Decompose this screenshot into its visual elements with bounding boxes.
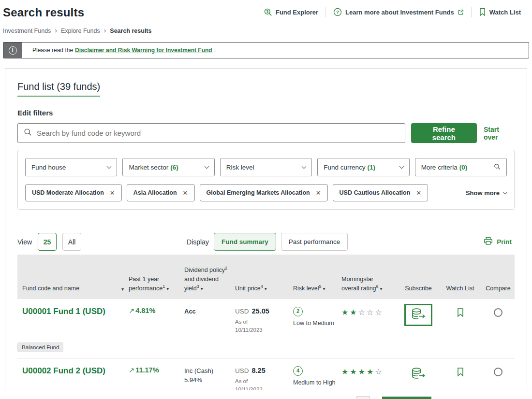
- external-link-icon: [458, 9, 464, 15]
- chevron-down-icon: [204, 164, 209, 169]
- dropdown-label: More criteria: [421, 164, 458, 171]
- watch-list-link[interactable]: Watch List: [471, 7, 528, 17]
- view-25-button[interactable]: 25: [38, 233, 57, 251]
- print-button[interactable]: Print: [484, 237, 512, 247]
- market-sector-dropdown[interactable]: Market sector(6): [122, 158, 214, 176]
- view-label: View: [17, 238, 32, 246]
- page-title: Search results: [3, 6, 84, 19]
- fund-list-panel: Fund list (39 funds) Edit filters Refine…: [5, 68, 527, 390]
- dropdown-label: Risk level: [226, 164, 254, 171]
- disclaimer-notice: i Please read the Disclaimer and Risk Wa…: [3, 42, 529, 58]
- col-fund-code-and-name[interactable]: Fund code and name▾: [17, 284, 129, 293]
- morningstar-rating: ★★★★☆: [341, 368, 397, 376]
- fund-currency-dropdown[interactable]: Fund currency(1): [317, 158, 409, 176]
- sort-icon[interactable]: ▾: [265, 286, 267, 291]
- chip-global-emerging-markets-allocation[interactable]: Global Emerging Markets Allocation ✕: [200, 184, 328, 201]
- refine-search-button[interactable]: Refine search: [411, 123, 477, 143]
- up-arrow-icon: ↗: [129, 366, 134, 374]
- chip-asia-allocation[interactable]: Asia Allocation ✕: [127, 184, 195, 201]
- sort-icon[interactable]: ▾: [121, 286, 124, 293]
- fund-list-title: Fund list (39 funds): [17, 81, 100, 97]
- risk-level: 4 Medium to High: [293, 366, 341, 387]
- chevron-right-icon: ›: [104, 27, 106, 34]
- search-input[interactable]: [37, 129, 399, 137]
- chevron-down-icon: [399, 164, 404, 169]
- unit-price: USD8.25 As of10/11/2023: [235, 366, 293, 390]
- col-morningstar-rating[interactable]: Morningstar overall rating6▾: [341, 275, 397, 293]
- up-arrow-icon: ↗: [129, 307, 134, 314]
- watch-list-bookmark-icon[interactable]: [457, 308, 464, 319]
- subscribe-button[interactable]: [404, 363, 432, 385]
- star-empty-icon: ☆: [375, 368, 383, 376]
- fund-house-dropdown[interactable]: Fund house: [25, 158, 117, 176]
- fund-link[interactable]: U00001 Fund 1 (USD): [17, 307, 129, 316]
- close-icon[interactable]: ✕: [183, 189, 188, 197]
- printer-icon: [484, 237, 493, 247]
- risk-level-dropdown[interactable]: Risk level: [220, 158, 312, 176]
- star-filled-icon: ★: [358, 368, 367, 376]
- table-row: U00001 Fund 1 (USD) ↗4.81% Acc USD25.05 …: [17, 299, 515, 358]
- notice-text: Please read the: [32, 47, 73, 54]
- filter-chips: USD Moderate Allocation ✕ Asia Allocatio…: [25, 184, 507, 201]
- star-filled-icon: ★: [341, 368, 350, 376]
- chevron-down-icon: [302, 164, 307, 169]
- compare-checkbox[interactable]: [494, 368, 502, 376]
- view-all-button[interactable]: All: [62, 233, 81, 251]
- fund-explorer-link[interactable]: $ Fund Explorer: [256, 7, 325, 17]
- chip-usd-moderate-allocation[interactable]: USD Moderate Allocation ✕: [25, 184, 122, 201]
- cutoff-element: [356, 396, 370, 399]
- dropdown-label: Market sector: [129, 164, 168, 171]
- col-dividend-policy-and-yield[interactable]: Dividend policy2 and dividend yield3▾: [184, 265, 235, 293]
- dropdown-count: (0): [459, 164, 468, 171]
- search-row: Refine search Start over: [17, 123, 515, 143]
- search-icon: [24, 128, 32, 138]
- fund-explorer-icon: $: [264, 8, 272, 16]
- display-group: Display Fund summary Past performance: [187, 233, 348, 251]
- search-icon: [494, 163, 501, 171]
- learn-more-link[interactable]: ? Learn more about Investment Funds: [325, 7, 471, 17]
- breadcrumb: Investment Funds › Explore Funds › Searc…: [3, 28, 529, 34]
- more-criteria-dropdown[interactable]: More criteria(0): [415, 158, 507, 176]
- chip-usd-cautious-allocation[interactable]: USD Cautious Allocation ✕: [333, 184, 429, 201]
- filter-dropdowns: Fund house Market sector(6) Risk level F…: [25, 158, 507, 176]
- performance-value: ↗11.17%: [129, 366, 184, 374]
- fund-summary-tab[interactable]: Fund summary: [214, 233, 276, 251]
- chip-label: Global Emerging Markets Allocation: [207, 189, 310, 196]
- close-icon[interactable]: ✕: [110, 189, 115, 197]
- subscribe-button[interactable]: [404, 304, 432, 326]
- unit-price: USD25.05 As of10/11/2023: [235, 307, 293, 335]
- top-links: $ Fund Explorer ? Learn more about Inves…: [256, 7, 528, 17]
- compare-checkbox[interactable]: [494, 308, 502, 317]
- display-label: Display: [187, 238, 209, 246]
- watch-list-bookmark-icon[interactable]: [457, 367, 464, 379]
- breadcrumb-search-results: Search results: [110, 28, 151, 34]
- past-performance-tab[interactable]: Past performance: [281, 233, 348, 251]
- col-risk-level[interactable]: Risk level5▾: [293, 284, 341, 293]
- col-compare: Compare: [481, 284, 516, 293]
- sort-icon[interactable]: ▾: [201, 286, 203, 291]
- chevron-down-icon: [107, 164, 112, 169]
- start-over-link[interactable]: Start over: [484, 126, 515, 141]
- dividend-policy: Inc (Cash) 5.94%: [184, 366, 235, 385]
- filters-panel: Fund house Market sector(6) Risk level F…: [17, 150, 515, 210]
- fund-category-tag: Balanced Fund: [17, 342, 63, 352]
- col-unit-price[interactable]: Unit price4▾: [235, 284, 293, 293]
- show-more-link[interactable]: Show more: [466, 189, 507, 197]
- sort-icon[interactable]: ▾: [380, 286, 383, 291]
- close-icon[interactable]: ✕: [316, 189, 321, 197]
- star-empty-icon: ☆: [367, 308, 375, 316]
- fund-link[interactable]: U00002 Fund 2 (USD): [17, 366, 129, 376]
- risk-number-badge: 2: [293, 307, 303, 316]
- star-empty-icon: ☆: [358, 308, 367, 316]
- breadcrumb-investment-funds[interactable]: Investment Funds: [3, 28, 51, 34]
- col-watch-list: Watch List: [440, 284, 481, 293]
- print-label: Print: [497, 238, 512, 245]
- sort-icon[interactable]: ▾: [166, 286, 169, 291]
- sort-icon[interactable]: ▾: [323, 286, 325, 291]
- chip-label: Asia Allocation: [133, 189, 177, 196]
- disclaimer-link[interactable]: Disclaimer and Risk Warning for Investme…: [75, 47, 212, 54]
- breadcrumb-explore-funds[interactable]: Explore Funds: [61, 28, 100, 34]
- col-past-1-year-performance[interactable]: Past 1 year performance1▾: [129, 275, 184, 293]
- bookmark-icon: [479, 8, 486, 16]
- close-icon[interactable]: ✕: [416, 189, 421, 197]
